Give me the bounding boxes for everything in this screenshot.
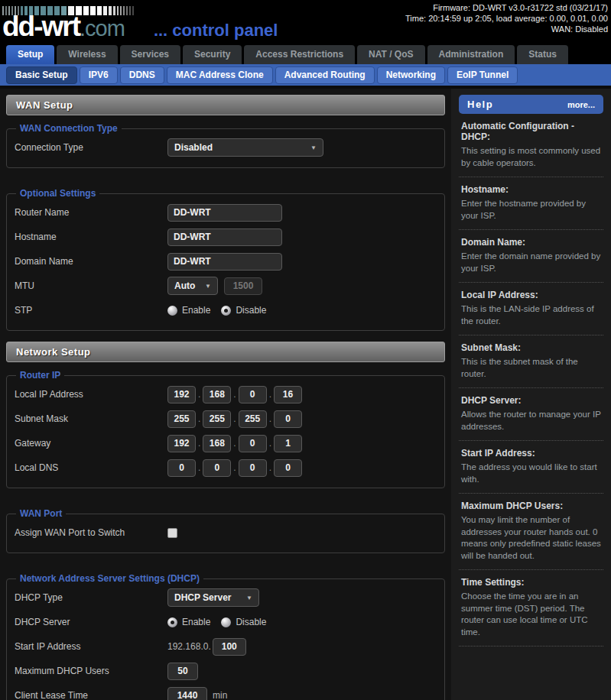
- help-section-body: Enter the hostname provided by your ISP.: [461, 198, 601, 222]
- wan-connection-type-legend: WAN Connection Type: [16, 123, 122, 134]
- tab-services[interactable]: Services: [120, 45, 180, 64]
- time-uptime-info: Time: 20:14:59 up 2:05, load average: 0.…: [405, 13, 608, 24]
- local-dns-octet-4[interactable]: [274, 459, 302, 477]
- network-setup-section-header: Network Setup: [6, 342, 445, 362]
- help-panel: Help more... Automatic Configuration - D…: [451, 89, 611, 700]
- client-lease-time-label: Client Lease Time: [15, 690, 167, 700]
- logo-main-text: dd-wrt: [2, 12, 80, 41]
- help-section-title: Automatic Configuration - DHCP:: [461, 121, 601, 142]
- gateway-octet-2[interactable]: [203, 435, 231, 452]
- subnet-mask-octet-4[interactable]: [274, 410, 302, 428]
- connection-type-select[interactable]: Disabled ▼: [167, 138, 323, 157]
- tab-nat-qos[interactable]: NAT / QoS: [357, 45, 424, 64]
- max-dhcp-users-input[interactable]: [167, 663, 198, 680]
- local-dns-row: Local DNS ...: [15, 455, 437, 480]
- help-section-auto-config: Automatic Configuration - DHCP: This set…: [459, 114, 603, 177]
- domain-name-label: Domain Name: [15, 256, 167, 267]
- subtab-advanced-routing[interactable]: Advanced Routing: [275, 66, 375, 84]
- subtab-networking[interactable]: Networking: [377, 66, 445, 84]
- assign-wan-port-checkbox[interactable]: [167, 528, 177, 538]
- start-ip-prefix: 192.168.0.: [167, 641, 211, 652]
- tab-setup[interactable]: Setup: [6, 45, 54, 64]
- local-dns-octet-2[interactable]: [203, 459, 231, 477]
- chevron-down-icon: ▼: [246, 595, 252, 601]
- help-more-link[interactable]: more...: [567, 100, 595, 109]
- gateway-octet-3[interactable]: [239, 435, 267, 452]
- logo-tagline: ... control panel: [154, 21, 278, 41]
- hostname-label: Hostname: [15, 232, 167, 242]
- mtu-select[interactable]: Auto ▼: [167, 277, 218, 295]
- main-nav-tabs: Setup Wireless Services Security Access …: [0, 44, 611, 64]
- help-section-dhcp-server: DHCP Server: Allows the router to manage…: [459, 388, 603, 441]
- subtab-mac-address-clone[interactable]: MAC Address Clone: [167, 66, 273, 84]
- subtab-basic-setup[interactable]: Basic Setup: [6, 66, 77, 84]
- local-ip-octet-2[interactable]: [203, 386, 231, 403]
- local-ip-row: Local IP Address ...: [15, 382, 437, 407]
- subtab-eoip-tunnel[interactable]: EoIP Tunnel: [447, 66, 518, 84]
- router-name-label: Router Name: [15, 207, 167, 218]
- help-section-body: Enter the domain name provided by your I…: [461, 251, 601, 274]
- stp-label: STP: [15, 305, 167, 316]
- local-ip-octet-1[interactable]: [167, 386, 196, 403]
- help-section-body: This is the LAN-side IP address of the r…: [461, 303, 601, 327]
- help-section-title: Domain Name:: [461, 237, 601, 248]
- gateway-label: Gateway: [15, 438, 167, 449]
- help-header: Help more...: [459, 95, 603, 114]
- local-dns-octet-3[interactable]: [239, 459, 267, 477]
- router-ip-fieldset: Router IP Local IP Address ... Subnet Ma…: [6, 370, 445, 488]
- hostname-input[interactable]: [167, 228, 282, 246]
- chevron-down-icon: ▼: [205, 283, 211, 290]
- local-ip-octet-3[interactable]: [239, 386, 267, 403]
- help-section-title: Local IP Address:: [461, 290, 601, 300]
- help-section-title: Subnet Mask:: [461, 342, 601, 353]
- wan-status: WAN: Disabled: [405, 24, 608, 34]
- help-section-title: Time Settings:: [461, 577, 601, 588]
- dhcp-server-disable-radio[interactable]: [221, 617, 231, 627]
- subnet-mask-label: Subnet Mask: [15, 413, 167, 424]
- dhcp-server-label: DHCP Server: [15, 617, 167, 627]
- stp-disable-radio[interactable]: [221, 306, 231, 316]
- subnet-mask-octet-3[interactable]: [239, 410, 267, 428]
- firmware-info: Firmware: DD-WRT v3.0-r31722 std (03/21/…: [405, 2, 608, 13]
- gateway-octet-1[interactable]: [167, 435, 196, 452]
- wan-port-fieldset: WAN Port Assign WAN Port to Switch: [6, 508, 445, 553]
- stp-enable-radio[interactable]: [167, 306, 177, 316]
- help-section-local-ip: Local IP Address: This is the LAN-side I…: [459, 283, 603, 335]
- subtab-ipv6[interactable]: IPV6: [80, 66, 118, 84]
- tab-wireless[interactable]: Wireless: [57, 45, 117, 64]
- mtu-selected-value: Auto: [174, 280, 195, 291]
- tab-status[interactable]: Status: [517, 45, 568, 64]
- mtu-size-input: [224, 277, 262, 295]
- local-dns-octet-1[interactable]: [167, 459, 196, 477]
- tab-access-restrictions[interactable]: Access Restrictions: [244, 45, 355, 64]
- subnet-mask-octet-1[interactable]: [167, 410, 196, 428]
- system-status: Firmware: DD-WRT v3.0-r31722 std (03/21/…: [405, 2, 608, 34]
- dd-wrt-control-panel: dd-wrt.com ... control panel Firmware: D…: [0, 0, 611, 700]
- router-ip-legend: Router IP: [16, 370, 64, 381]
- gateway-octet-4[interactable]: [274, 435, 302, 452]
- subnet-mask-octet-2[interactable]: [203, 410, 231, 428]
- domain-name-input[interactable]: [167, 253, 282, 271]
- dhcp-server-enable-radio[interactable]: [167, 617, 177, 627]
- assign-wan-port-label: Assign WAN Port to Switch: [15, 527, 167, 538]
- settings-column: WAN Setup WAN Connection Type Connection…: [0, 89, 451, 700]
- dhcp-server-enable-option-label: Enable: [182, 617, 210, 627]
- help-section-body: This setting is most commonly used by ca…: [461, 145, 601, 169]
- help-section-max-dhcp-users: Maximum DHCP Users: You may limit the nu…: [459, 494, 603, 570]
- dhcp-type-select[interactable]: DHCP Server ▼: [167, 588, 259, 607]
- local-ip-octet-4[interactable]: [274, 386, 302, 403]
- tab-security[interactable]: Security: [183, 45, 242, 64]
- wan-setup-section-header: WAN Setup: [6, 95, 445, 115]
- subtab-ddns[interactable]: DDNS: [120, 66, 164, 84]
- logo-suffix-text: .com: [80, 16, 125, 41]
- connection-type-selected-value: Disabled: [174, 142, 213, 153]
- start-ip-input[interactable]: [213, 638, 246, 656]
- page-header: dd-wrt.com ... control panel Firmware: D…: [0, 0, 611, 44]
- optional-settings-legend: Optional Settings: [16, 188, 99, 199]
- help-section-body: You may limit the number of addresses yo…: [461, 514, 601, 562]
- wan-connection-type-fieldset: WAN Connection Type Connection Type Disa…: [6, 123, 445, 168]
- client-lease-time-input[interactable]: [167, 687, 207, 700]
- logo: dd-wrt.com ... control panel: [2, 12, 278, 41]
- tab-administration[interactable]: Administration: [427, 45, 515, 64]
- router-name-input[interactable]: [167, 204, 282, 222]
